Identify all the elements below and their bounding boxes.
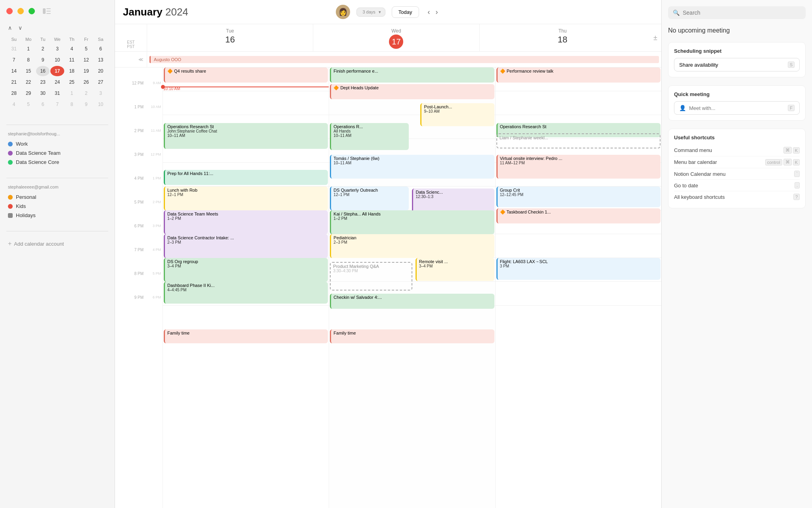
mini-cal-day[interactable]: 19 <box>79 66 93 76</box>
mini-cal-day[interactable]: 25 <box>65 77 79 87</box>
mini-cal-day[interactable]: 31 <box>50 88 64 98</box>
share-availability-btn[interactable]: Share availability S <box>674 58 800 71</box>
add-event-btn[interactable]: ± <box>645 24 661 51</box>
mini-cal-day[interactable]: 17 <box>50 66 64 76</box>
event-finish-perf[interactable]: Finish performance e... <box>330 67 494 83</box>
mini-cal-day[interactable]: 28 <box>7 88 21 98</box>
calendar-item-personal[interactable]: Personal <box>6 192 108 202</box>
event-ds-regroup[interactable]: DS Org regroup 3–4 PM <box>164 258 328 282</box>
calendar-item-work[interactable]: Work <box>6 139 108 148</box>
event-flight[interactable]: Flight: LA603 LAX→SCL 3 PM <box>496 258 661 280</box>
event-dst-meets[interactable]: Data Science Team Meets 1–2 PM <box>164 210 328 234</box>
event-pediatrician[interactable]: Pediatrician 2–3 PM <box>330 234 494 258</box>
event-liam[interactable]: Liam / Stephanie weekl... <box>496 133 661 148</box>
mini-cal-day[interactable]: 22 <box>21 77 35 87</box>
days-picker-btn[interactable]: 3 days ▾ <box>356 8 385 17</box>
event-product-mktg[interactable]: Product Marketing Q&A 3:30–4:30 PM <box>330 262 412 291</box>
event-tomas[interactable]: Tomás / Stephanie (6w) 10–11 AM <box>330 155 494 179</box>
mini-cal-day[interactable]: 21 <box>7 77 21 87</box>
event-family-wed[interactable]: Family time <box>330 329 494 343</box>
close-icon[interactable] <box>6 8 13 14</box>
mini-cal-day[interactable]: 9 <box>79 99 93 110</box>
event-group-crit[interactable]: Group Crit 12–12:45 PM <box>496 187 661 207</box>
event-remote-visit[interactable]: Remote visit ... 3–4 PM <box>416 258 494 281</box>
mini-cal-day[interactable]: 4 <box>65 44 79 54</box>
collapse-btn[interactable]: ≪ <box>138 57 144 62</box>
mini-cal-day[interactable]: 5 <box>79 44 93 54</box>
minimize-icon[interactable] <box>17 8 24 14</box>
window-controls[interactable] <box>6 8 108 14</box>
mini-cal-nav[interactable]: ∧ ∨ <box>6 24 24 32</box>
mini-cal-day[interactable]: 9 <box>36 55 50 65</box>
day-col-header-wed[interactable]: Wed 17 <box>313 24 479 51</box>
mini-cal-day[interactable]: 14 <box>7 66 21 76</box>
event-family-tue[interactable]: Family time <box>164 329 328 343</box>
mini-cal-day[interactable]: 10 <box>50 55 64 65</box>
mini-cal-day[interactable]: 16 <box>36 66 50 76</box>
mini-cal-day[interactable]: 4 <box>7 99 21 110</box>
maximize-icon[interactable] <box>29 8 35 14</box>
mini-cal-day[interactable]: 29 <box>21 88 35 98</box>
mini-cal-day[interactable]: 1 <box>21 44 35 54</box>
meet-input-container[interactable]: 👤 F <box>674 101 800 115</box>
mini-cal-day[interactable]: 27 <box>94 77 107 87</box>
event-taskboard[interactable]: 🔶 Taskboard Checkin 1... <box>496 208 661 223</box>
mini-cal-prev[interactable]: ∧ <box>6 24 13 32</box>
mini-cal-day[interactable]: 7 <box>7 55 21 65</box>
mini-cal-day[interactable]: 7 <box>50 99 64 110</box>
event-checkin-salvador[interactable]: Checkin w/ Salvador 4:... <box>330 294 494 309</box>
mini-cal-day[interactable]: 6 <box>94 44 107 54</box>
mini-cal-day[interactable]: 31 <box>7 44 21 54</box>
mini-cal-day[interactable]: 5 <box>21 99 35 110</box>
mini-cal-day[interactable]: 2 <box>79 88 93 98</box>
event-dashboard[interactable]: Dashboard Phase II Ki... 4–4:45 PM <box>164 282 328 304</box>
event-prep[interactable]: Prep for All Hands 11:... <box>164 170 328 185</box>
event-perf-talk[interactable]: 🔶 Performance review talk <box>496 67 661 83</box>
mini-cal-next[interactable]: ∨ <box>17 24 24 32</box>
mini-cal-day[interactable]: 30 <box>36 88 50 98</box>
mini-cal-day[interactable]: 8 <box>65 99 79 110</box>
mini-cal-day[interactable]: 18 <box>65 66 79 76</box>
mini-cal-day[interactable]: 20 <box>94 66 107 76</box>
meet-with-input[interactable] <box>689 105 785 111</box>
today-button[interactable]: Today <box>392 6 419 18</box>
event-ops-wed[interactable]: Operations R... All Hands 10–11 AM <box>330 123 409 150</box>
search-input[interactable] <box>683 10 801 16</box>
avatar[interactable]: 👩 <box>336 5 350 19</box>
mini-cal-day[interactable]: 11 <box>65 55 79 65</box>
calendar-item-holidays[interactable]: Holidays <box>6 211 108 220</box>
mini-cal-day[interactable]: 23 <box>36 77 50 87</box>
mini-cal-day[interactable]: 2 <box>36 44 50 54</box>
calendar-item-dsc[interactable]: Data Science Core <box>6 158 108 167</box>
search-bar[interactable]: 🔍 <box>668 6 806 19</box>
prev-arrow[interactable]: ‹ <box>425 6 433 18</box>
mini-cal-day[interactable]: 24 <box>50 77 64 87</box>
next-arrow[interactable]: › <box>433 6 440 18</box>
day-col-header-tue[interactable]: Tue 16 <box>147 24 313 51</box>
day-col-header-thu[interactable]: Thu 18 <box>479 24 645 51</box>
mini-cal-day[interactable]: 6 <box>36 99 50 110</box>
event-q4-results[interactable]: 🔶 Q4 results share <box>164 67 328 83</box>
nav-arrows[interactable]: ‹ › <box>425 6 440 18</box>
event-ds-contractor[interactable]: Data Science Contractor Intake: ... 2–3 … <box>164 234 328 258</box>
add-calendar-btn[interactable]: + Add calendar account <box>6 238 108 250</box>
mini-cal-day[interactable]: 12 <box>79 55 93 65</box>
mini-cal-day[interactable]: 26 <box>79 77 93 87</box>
event-ds-quarterly[interactable]: DS Quarterly Outreach 12–1 PM <box>330 187 409 210</box>
mini-cal-day[interactable]: 1 <box>65 88 79 98</box>
mini-cal-day[interactable]: 15 <box>21 66 35 76</box>
event-lunch-rob[interactable]: Lunch with Rob 12–1 PM <box>164 187 328 210</box>
event-post-launch[interactable]: Post-Launch... 9–10 AM <box>420 103 494 126</box>
mini-cal-day[interactable]: 3 <box>94 88 107 98</box>
mini-cal-day[interactable]: 8 <box>21 55 35 65</box>
event-virtual-onsite[interactable]: Virtual onsite interview: Pedro ... 11 A… <box>496 155 661 179</box>
allday-event-augusto[interactable]: Augusto OOO <box>149 56 659 63</box>
mini-cal-day[interactable]: 10 <box>94 99 107 110</box>
calendar-item-kids[interactable]: Kids <box>6 202 108 211</box>
event-dept-heads[interactable]: 🔶 Dept Heads Update <box>330 84 494 99</box>
calendar-item-dst[interactable]: Data Science Team <box>6 148 108 158</box>
mini-cal-day[interactable]: 13 <box>94 55 107 65</box>
sidebar-toggle-icon[interactable] <box>43 8 51 14</box>
event-ops-research-tue[interactable]: Operations Research St John:Stephanie Co… <box>164 123 328 149</box>
event-kai[interactable]: Kai / Stepha... All Hands 1–2 PM <box>330 210 494 234</box>
